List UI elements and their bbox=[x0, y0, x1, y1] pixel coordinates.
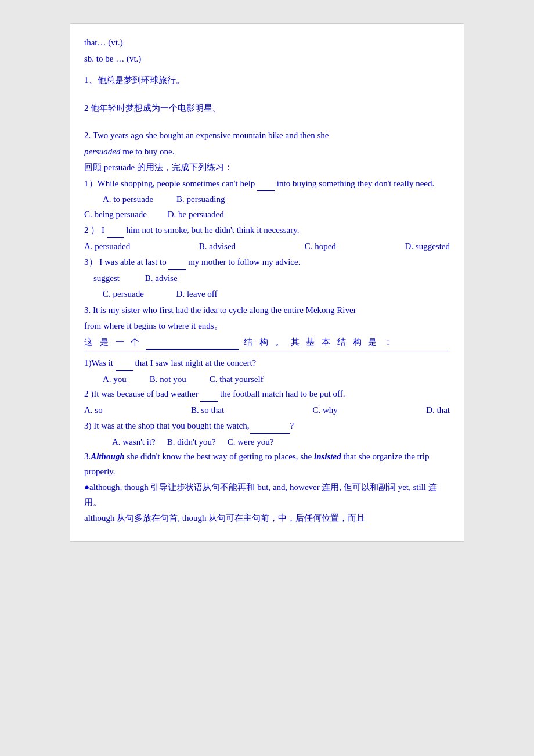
structure-line: 这 是 一 个 结 构 。 其 基 本 结 构 是 ： bbox=[84, 335, 450, 350]
line-sb-to-be-vt: sb. to be … (vt.) bbox=[84, 52, 450, 67]
cleft2-option-b: B. so that bbox=[191, 403, 224, 418]
ex3-cd: C. persuade D. leave off bbox=[84, 287, 450, 302]
ex2-options: A. persuaded B. advised C. hoped D. sugg… bbox=[84, 239, 450, 254]
review-label: 回顾 persuade 的用法，完成下列练习： bbox=[84, 160, 450, 175]
cleft3-option-a: A. wasn't it? bbox=[112, 435, 156, 450]
cleft3-blank bbox=[250, 433, 290, 434]
cleft2-option-c: C. why bbox=[312, 403, 337, 418]
cleft1-option-c: C. that yourself bbox=[210, 372, 264, 387]
ex2-option-c: C. hoped bbox=[305, 239, 336, 254]
ex2-blank bbox=[107, 237, 124, 238]
ex3-blank bbox=[168, 269, 186, 270]
cleft3-options: A. wasn't it? B. didn't you? C. were you… bbox=[84, 435, 450, 450]
ex1-cd: C. being persuade D. be persuaded bbox=[84, 207, 450, 222]
cleft3-text: 3) It was at the shop that you bought th… bbox=[84, 419, 450, 434]
ex2-option-d: D. suggested bbox=[405, 239, 450, 254]
cleft2-text: 2 )It was because of bad weather the foo… bbox=[84, 387, 450, 402]
cleft2-option-a: A. so bbox=[84, 403, 103, 418]
structure-answer-line bbox=[84, 351, 450, 351]
ex2-option-b: B. advised bbox=[199, 239, 236, 254]
cleft3-option-c: C. were you? bbox=[228, 435, 274, 450]
persuade-intro-line1: 2. Two years ago she bought an expensive… bbox=[84, 128, 450, 143]
ex1-blank bbox=[257, 190, 275, 191]
ex3-text: 3） I was able at last to my mother to fo… bbox=[84, 255, 450, 270]
cleft1-blank bbox=[116, 370, 133, 371]
ex1-text: 1）While shopping, people sometimes can't… bbox=[84, 177, 450, 192]
ex1-option-b: B. persuading bbox=[176, 192, 225, 207]
cleft2-option-d: D. that bbox=[426, 403, 450, 418]
although-intro: 3.Although she didn't know the best way … bbox=[84, 449, 450, 479]
ex2-text: 2 ） I him not to smoke, but he didn't th… bbox=[84, 223, 450, 238]
cleft1-options: A. you B. not you C. that yourself bbox=[84, 372, 450, 387]
ex1-options: A. to persuade B. persuading bbox=[84, 192, 450, 207]
cleft1-text: 1)Was it that I saw last night at the co… bbox=[84, 356, 450, 371]
q1-chinese: 1、他总是梦到环球旅行。 bbox=[84, 73, 450, 88]
cleft2-options: A. so B. so that C. why D. that bbox=[84, 403, 450, 418]
cleft1-option-b: B. not you bbox=[150, 372, 186, 387]
cleft3-option-b: B. didn't you? bbox=[167, 435, 216, 450]
structure-answer-blank bbox=[84, 351, 450, 351]
structure-blank bbox=[146, 349, 239, 350]
sentence3-line2: from where it begins to where it ends。 bbox=[84, 319, 450, 334]
although-note1: ●although, though 引导让步状语从句不能再和 but, and,… bbox=[84, 480, 450, 510]
ex3-ab: suggest B. advise bbox=[84, 271, 450, 286]
q2-chinese: 2 他年轻时梦想成为一个电影明星。 bbox=[84, 101, 450, 116]
although-note2: although 从句多放在句首, though 从句可在主句前，中，后任何位置… bbox=[84, 511, 450, 526]
ex1-option-a: A. to persuade bbox=[103, 192, 153, 207]
cleft1-option-a: A. you bbox=[103, 372, 127, 387]
sentence3-line1: 3. It is my sister who first had the ide… bbox=[84, 303, 450, 318]
ex2-option-a: A. persuaded bbox=[84, 239, 130, 254]
persuade-intro-line2: persuaded me to buy one. bbox=[84, 145, 450, 160]
cleft2-blank bbox=[200, 401, 218, 402]
line-that-vt: that… (vt.) bbox=[84, 35, 450, 51]
page-container: that… (vt.) sb. to be … (vt.) 1、他总是梦到环球旅… bbox=[70, 23, 464, 542]
